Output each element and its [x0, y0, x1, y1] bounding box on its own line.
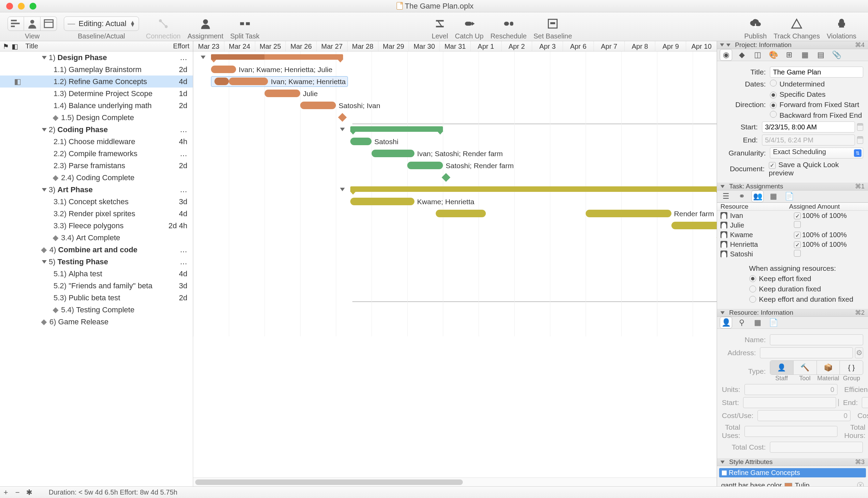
res-tab-4[interactable]: 📄 — [767, 317, 779, 328]
task-tab-5[interactable]: 📄 — [783, 190, 795, 202]
task-tab-4[interactable]: ▦ — [767, 190, 779, 202]
outline-row[interactable]: 3.4)Art Complete — [0, 232, 193, 244]
catch-up-button[interactable] — [461, 16, 478, 31]
inspector-tab-dates[interactable]: ◫ — [751, 49, 764, 61]
assign-checkbox[interactable] — [794, 212, 801, 219]
task-outline[interactable]: ⚑ ◧ Title Effort 1)Design Phase … 1.1)Ga… — [0, 41, 193, 486]
col-title[interactable]: Title — [23, 42, 162, 50]
resource-row[interactable]: Kwame100% of 100% — [717, 230, 868, 240]
outline-row[interactable]: 5.1)Alpha test 4d — [0, 268, 193, 280]
keep-duration-radio[interactable] — [749, 286, 756, 292]
outline-row[interactable]: 1.4)Balance underlying math 2d — [0, 100, 193, 112]
close-window-button[interactable] — [6, 3, 13, 10]
violations-button[interactable] — [833, 16, 850, 31]
inspector-tab-cal[interactable]: ▦ — [799, 49, 811, 61]
outline-row[interactable]: 2.1)Choose middleware 4h — [0, 136, 193, 148]
resource-row[interactable]: Ivan100% of 100% — [717, 211, 868, 220]
view-calendar-button[interactable] — [40, 16, 57, 31]
resource-row[interactable]: Julie — [717, 220, 868, 230]
outline-row[interactable]: 2.3)Parse framistans 2d — [0, 160, 193, 172]
inspector-tab-attach[interactable]: 📎 — [830, 49, 843, 61]
person-icon — [720, 212, 727, 219]
color-swatch[interactable] — [785, 483, 792, 487]
direction-forward-radio[interactable] — [770, 102, 777, 109]
outline-row[interactable]: 4)Combine art and code … — [0, 244, 193, 256]
resource-row[interactable]: Henrietta100% of 100% — [717, 240, 868, 249]
connection-button[interactable] — [155, 16, 172, 31]
inspector-tab-format[interactable]: ⊞ — [783, 49, 795, 61]
reschedule-button[interactable] — [500, 16, 517, 31]
svg-rect-10 — [240, 22, 244, 25]
gear-icon[interactable]: ⚙ — [855, 347, 863, 358]
inspector-tab-info[interactable]: ◉ — [720, 49, 732, 61]
set-baseline-button[interactable] — [544, 16, 561, 31]
level-button[interactable] — [432, 16, 448, 31]
assignment-button[interactable] — [197, 16, 214, 31]
clear-style-button[interactable]: ⓧ — [857, 481, 864, 486]
outline-row[interactable]: 1.1)Gameplay Brainstorm 2d — [0, 63, 193, 76]
resource-type-segment[interactable]: 👤🔨📦{ } — [770, 360, 863, 375]
baseline-label: Baseline/Actual — [78, 32, 125, 40]
publish-button[interactable] — [747, 16, 764, 31]
task-tab-1[interactable]: ☰ — [720, 190, 732, 202]
split-task-button[interactable] — [237, 16, 253, 31]
task-tab-assignments[interactable]: 👥 — [751, 190, 764, 202]
action-menu-button[interactable]: ✱ — [23, 488, 35, 497]
col-effort[interactable]: Effort — [162, 42, 193, 50]
outline-row[interactable]: 1.3)Determine Project Scope 1d — [0, 88, 193, 100]
outline-row[interactable]: 3.3)Fleece polygons 2d 4h — [0, 220, 193, 232]
dates-specific-radio[interactable] — [770, 92, 777, 99]
gantt-scrollbar[interactable] — [193, 477, 717, 486]
dates-undetermined-radio[interactable] — [770, 80, 777, 86]
toolbar: View — Editing: Actual ▲▼ Baseline/Actua… — [0, 12, 868, 41]
assign-checkbox[interactable] — [794, 241, 801, 248]
assign-checkbox[interactable] — [794, 221, 801, 228]
project-start-input[interactable] — [762, 121, 855, 132]
granularity-select[interactable]: Exact Scheduling⇅ — [770, 148, 863, 159]
style-selection[interactable]: Refine Game Concepts — [719, 468, 866, 477]
inspector-tab-table[interactable]: ▤ — [814, 49, 827, 61]
calendar-icon[interactable] — [857, 123, 863, 131]
outline-row[interactable]: 2)Coding Phase … — [0, 124, 193, 136]
person-icon — [720, 241, 727, 248]
keep-both-radio[interactable] — [749, 296, 756, 303]
outline-row[interactable]: 3.2)Render pixel sprites 4d — [0, 208, 193, 220]
view-gantt-button[interactable] — [8, 16, 24, 31]
status-summary: Duration: < 5w 4d 6.5h Effort: 8w 4d 5.7… — [49, 488, 177, 496]
assign-checkbox[interactable] — [794, 250, 801, 257]
view-resource-button[interactable] — [24, 16, 40, 31]
baseline-select[interactable]: — Editing: Actual ▲▼ — [64, 16, 139, 31]
svg-point-9 — [203, 19, 208, 24]
direction-backward-radio[interactable] — [770, 111, 777, 118]
svg-rect-11 — [246, 22, 249, 25]
minimize-window-button[interactable] — [18, 3, 25, 10]
outline-row[interactable]: 2.2)Compile frameworks … — [0, 148, 193, 160]
outline-row[interactable]: 1.5)Design Complete — [0, 112, 193, 124]
outline-row[interactable]: 5.3)Public beta test 2d — [0, 292, 193, 304]
zoom-window-button[interactable] — [30, 3, 36, 10]
res-tab-2[interactable]: ⚲ — [736, 317, 748, 328]
task-tab-2[interactable]: ⚭ — [736, 190, 748, 202]
outline-row[interactable]: 5)Testing Phase … — [0, 256, 193, 268]
outline-row[interactable]: ◧ 1.2)Refine Game Concepts 4d — [0, 76, 193, 88]
outline-row[interactable]: 5.2)"Friends and family" beta 3d — [0, 280, 193, 292]
track-changes-button[interactable] — [788, 16, 805, 31]
project-title-input[interactable] — [770, 67, 863, 78]
inspector-tab-milestone[interactable]: ◆ — [736, 49, 748, 61]
outline-row[interactable]: 3)Art Phase … — [0, 184, 193, 196]
res-tab-info[interactable]: 👤 — [720, 317, 732, 328]
assign-checkbox[interactable] — [794, 232, 801, 239]
quicklook-checkbox[interactable] — [769, 162, 776, 169]
gantt-chart[interactable]: Mar 23Mar 24Mar 25Mar 26Mar 27Mar 28Mar … — [193, 41, 717, 486]
outline-row[interactable]: 1)Design Phase … — [0, 51, 193, 63]
inspector-tab-colors[interactable]: 🎨 — [767, 49, 779, 61]
remove-button[interactable]: − — [12, 488, 23, 497]
add-button[interactable]: + — [0, 488, 12, 497]
outline-row[interactable]: 2.4)Coding Complete — [0, 172, 193, 184]
outline-row[interactable]: 6)Game Release — [0, 316, 193, 328]
outline-row[interactable]: 3.1)Concept sketches 3d — [0, 196, 193, 208]
outline-row[interactable]: 5.4)Testing Complete — [0, 304, 193, 316]
resource-row[interactable]: Satoshi — [717, 249, 868, 259]
res-tab-3[interactable]: ▦ — [751, 317, 764, 328]
keep-effort-radio[interactable] — [749, 275, 756, 282]
